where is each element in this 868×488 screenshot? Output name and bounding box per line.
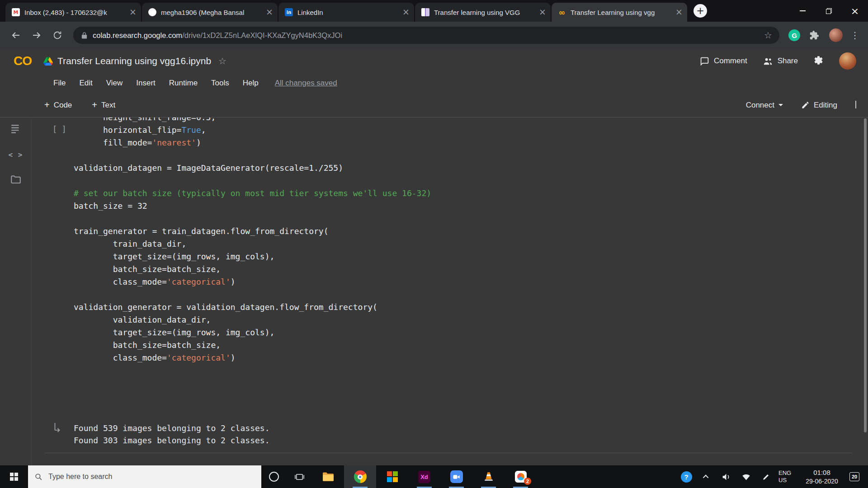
code-snippets-icon[interactable]: < > bbox=[9, 150, 23, 159]
pencil-icon bbox=[801, 101, 810, 109]
code-line[interactable]: batch_size=batch_size, bbox=[74, 263, 431, 276]
pen-icon[interactable] bbox=[756, 465, 776, 488]
grammarly-extension-icon[interactable]: G bbox=[788, 29, 800, 41]
help-icon[interactable]: ? bbox=[676, 465, 696, 488]
menu-tools[interactable]: Tools bbox=[211, 79, 229, 88]
browser-tab[interactable]: ∞Transfer Learning using vgg× bbox=[552, 3, 687, 22]
menu-edit[interactable]: Edit bbox=[79, 79, 92, 88]
notebook-scrollbar[interactable] bbox=[864, 118, 867, 432]
adobe-xd-icon[interactable]: Xd bbox=[408, 465, 440, 488]
language-indicator[interactable]: ENG US bbox=[776, 469, 799, 484]
code-line[interactable]: target_size=(img_rows, img_cols), bbox=[74, 250, 431, 263]
share-people-icon bbox=[763, 56, 773, 66]
output-line: Found 303 images belonging to 2 classes. bbox=[74, 434, 269, 446]
linkedin-icon: in bbox=[285, 8, 293, 16]
collapse-toolbar-button[interactable] bbox=[855, 102, 856, 108]
code-line[interactable]: train_data_dir, bbox=[74, 238, 431, 250]
forward-button[interactable] bbox=[27, 26, 46, 45]
start-button[interactable] bbox=[0, 465, 28, 488]
notebook-star-icon[interactable]: ☆ bbox=[218, 56, 226, 66]
browser-profile-avatar[interactable] bbox=[829, 28, 843, 42]
code-line[interactable]: fill_mode='nearest') bbox=[74, 136, 431, 149]
address-bar[interactable]: colab.research.google.com/drive/1xD2LZ5n… bbox=[73, 27, 779, 44]
vlc-icon[interactable] bbox=[472, 465, 505, 488]
tab-strip-tabs: MInbox (2,483) - 1706232@k×megha1906 (Me… bbox=[0, 0, 688, 22]
code-line[interactable] bbox=[74, 212, 431, 225]
files-icon[interactable] bbox=[10, 174, 22, 187]
wifi-icon[interactable] bbox=[736, 465, 756, 488]
add-code-button[interactable]: +Code bbox=[44, 100, 72, 110]
code-line[interactable]: class_mode='categorical') bbox=[74, 276, 431, 288]
code-line[interactable] bbox=[74, 149, 431, 162]
connect-button[interactable]: Connect bbox=[746, 101, 783, 110]
file-explorer-icon[interactable] bbox=[312, 465, 344, 488]
code-line[interactable]: validation_datagen = ImageDataGenerator(… bbox=[74, 162, 431, 174]
share-button[interactable]: Share bbox=[763, 56, 798, 66]
colab-profile-avatar[interactable] bbox=[839, 52, 856, 70]
code-line[interactable]: # set our batch size (typically on most … bbox=[74, 187, 431, 200]
plus-icon: + bbox=[92, 100, 97, 110]
add-text-button[interactable]: +Text bbox=[92, 100, 115, 110]
lock-icon bbox=[80, 32, 88, 39]
notebook-content: < > [ ] height_shift_range=0.3, horizont… bbox=[0, 117, 868, 465]
menu-runtime[interactable]: Runtime bbox=[169, 79, 198, 88]
zoom-icon[interactable] bbox=[440, 465, 472, 488]
code-editor[interactable]: height_shift_range=0.3, horizontal_flip=… bbox=[74, 117, 431, 364]
menu-view[interactable]: View bbox=[106, 79, 123, 88]
tab-close-button[interactable]: × bbox=[401, 8, 410, 17]
tab-close-button[interactable]: × bbox=[675, 8, 684, 17]
code-line[interactable]: class_mode='categorical') bbox=[74, 352, 431, 364]
bookmark-star-icon[interactable]: ☆ bbox=[764, 30, 772, 41]
browser-tab[interactable]: Transfer learning using VGG× bbox=[415, 3, 551, 22]
menu-help[interactable]: Help bbox=[243, 79, 259, 88]
close-button[interactable]: × bbox=[842, 0, 868, 22]
notebook-toolbar-right: Connect Editing bbox=[746, 101, 856, 110]
code-line[interactable]: train_generator = train_datagen.flow_fro… bbox=[74, 225, 431, 238]
code-line[interactable]: batch_size=batch_size, bbox=[74, 339, 431, 352]
code-line[interactable]: validation_generator = validation_datage… bbox=[74, 301, 431, 314]
new-tab-button[interactable]: + bbox=[693, 4, 707, 18]
code-line[interactable] bbox=[74, 174, 431, 187]
menu-file[interactable]: File bbox=[53, 79, 66, 88]
code-line[interactable]: height_shift_range=0.3, bbox=[74, 117, 431, 124]
browser-menu-icon[interactable]: ⋮ bbox=[848, 30, 862, 41]
code-line[interactable] bbox=[74, 288, 431, 301]
restore-button[interactable] bbox=[816, 0, 842, 22]
comment-button[interactable]: Comment bbox=[700, 56, 747, 66]
browser-tab-strip: MInbox (2,483) - 1706232@k×megha1906 (Me… bbox=[0, 0, 868, 22]
chat-app-icon[interactable]: 2 bbox=[505, 465, 537, 488]
chrome-icon[interactable] bbox=[344, 465, 376, 488]
editing-mode-button[interactable]: Editing bbox=[801, 101, 837, 110]
microsoft-icon[interactable] bbox=[376, 465, 408, 488]
settings-gear-icon[interactable] bbox=[813, 55, 824, 67]
run-cell-indicator[interactable]: [ ] bbox=[52, 125, 66, 134]
action-center-icon[interactable]: 20 bbox=[844, 465, 864, 488]
colab-logo[interactable]: CO bbox=[14, 54, 43, 68]
extensions-puzzle-icon[interactable] bbox=[805, 26, 824, 45]
browser-tab[interactable]: inLinkedIn× bbox=[278, 3, 414, 22]
taskbar-search-input[interactable]: Type here to search bbox=[28, 465, 261, 488]
windows-logo-icon bbox=[10, 473, 18, 481]
task-view-icon[interactable] bbox=[287, 465, 312, 488]
back-button[interactable] bbox=[6, 26, 25, 45]
tab-close-button[interactable]: × bbox=[538, 8, 547, 17]
browser-tab[interactable]: megha1906 (Megha Bansal× bbox=[142, 3, 278, 22]
volume-icon[interactable] bbox=[716, 465, 736, 488]
notebook-title[interactable]: Transfer Learning using vgg16.ipynb bbox=[57, 56, 211, 66]
cortana-icon[interactable] bbox=[261, 465, 287, 488]
code-line[interactable]: validation_data_dir, bbox=[74, 314, 431, 326]
hidden-icons-chevron[interactable] bbox=[696, 465, 716, 488]
tab-close-button[interactable]: × bbox=[265, 8, 274, 17]
reload-button[interactable] bbox=[48, 26, 67, 45]
tab-close-button[interactable]: × bbox=[128, 8, 137, 17]
code-line[interactable]: horizontal_flip=True, bbox=[74, 124, 431, 136]
save-status[interactable]: All changes saved bbox=[275, 79, 337, 88]
search-icon bbox=[34, 473, 43, 481]
table-of-contents-icon[interactable] bbox=[10, 123, 22, 136]
menu-insert[interactable]: Insert bbox=[136, 79, 156, 88]
clock[interactable]: 01:08 29-06-2020 bbox=[799, 468, 844, 485]
minimize-button[interactable] bbox=[789, 0, 816, 22]
browser-tab[interactable]: MInbox (2,483) - 1706232@k× bbox=[5, 3, 141, 22]
code-line[interactable]: batch_size = 32 bbox=[74, 200, 431, 212]
code-line[interactable]: target_size=(img_rows, img_cols), bbox=[74, 326, 431, 339]
